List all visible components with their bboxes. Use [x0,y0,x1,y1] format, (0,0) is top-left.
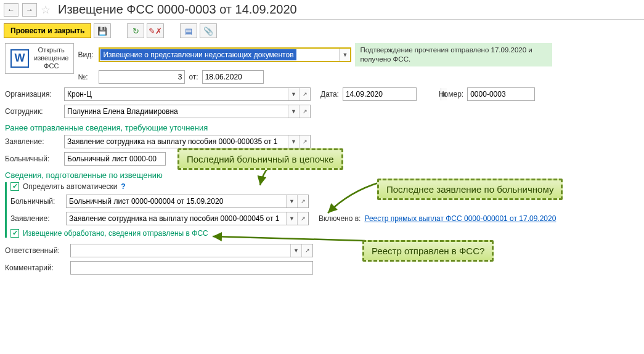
num-label: №: [78,73,95,81]
incl-label: Включено в: [319,214,361,223]
comment-label: Комментарий: [5,263,67,272]
boln2-input[interactable] [67,195,286,207]
word-icon: W [10,49,29,68]
org-input[interactable] [65,88,288,100]
refresh-icon: ↻ [132,26,139,36]
processed-label: Извещение обработано, сведения отправлен… [23,229,208,238]
resp-input[interactable] [71,244,290,257]
callout-last-zayav: Последнее заявление по больничному [377,179,563,200]
zayav1-input[interactable] [65,135,288,148]
cancel-icon: ✎✗ [149,26,162,36]
confirmation-note: Подтверждение прочтения отправлено 17.09… [355,43,552,66]
resp-label: Ответственный: [5,246,67,255]
ot-date-input[interactable] [203,71,263,83]
favorite-star-icon[interactable]: ☆ [41,3,51,17]
auto-checkbox[interactable]: ✔ [10,182,19,191]
arrow-right-icon: → [26,6,33,14]
vid-select[interactable]: Извещение о представлении недостающих до… [99,47,351,62]
arrow-left-icon: ← [7,6,15,14]
callout-last-sick: Последний больничный в цепочке [177,148,343,170]
boln2-label: Больничный: [10,197,62,206]
date-input[interactable] [343,88,441,100]
open-ref-icon[interactable]: ↗ [299,135,310,148]
auto-label: Определять автоматически [23,182,117,191]
zayav2-label: Заявление: [10,214,62,223]
nomer-input[interactable] [468,88,534,100]
date-label: Дата: [320,90,339,99]
emp-label: Сотрудник: [5,107,60,116]
section-prev-sent: Ранее отправленные сведения, требующие у… [5,123,639,132]
nav-forward-button[interactable]: → [22,3,37,17]
page-title: Извещение ФСС 0000-0003 от 14.09.2020 [58,2,297,17]
paperclip-icon: 📎 [203,26,213,36]
org-label: Организация: [5,90,60,99]
svg-line-0 [213,236,365,241]
save-button[interactable]: 💾 [94,23,111,38]
dropdown-icon[interactable]: ▼ [288,105,299,118]
comment-input[interactable] [71,262,312,274]
emp-input[interactable] [65,105,288,118]
dropdown-icon[interactable]: ▼ [290,244,301,257]
ot-label: от: [189,73,198,81]
open-ref-icon[interactable]: ↗ [299,88,310,100]
open-ref-icon[interactable]: ↗ [297,195,308,207]
zayav1-label: Заявление: [5,137,60,146]
open-ref-icon[interactable]: ↗ [297,212,308,225]
dropdown-icon[interactable]: ▼ [288,135,299,148]
dropdown-icon[interactable]: ▼ [286,212,297,225]
report-button[interactable]: ▤ [180,23,197,38]
dropdown-icon[interactable]: ▼ [288,88,299,100]
post-and-close-button[interactable]: Провести и закрыть [4,23,91,38]
vid-label: Вид: [78,50,95,59]
callout-registry-sent: Реестр отправлен в ФСС? [362,240,494,262]
dropdown-icon[interactable]: ▼ [286,195,297,207]
nav-back-button[interactable]: ← [4,3,18,17]
cancel-posting-button[interactable]: ✎✗ [147,23,164,38]
vid-value: Извещение о представлении недостающих до… [100,49,296,60]
attach-button[interactable]: 📎 [200,23,217,38]
floppy-icon: 💾 [97,26,107,36]
refresh-button[interactable]: ↻ [127,23,144,38]
nomer-label: Номер: [439,90,463,99]
processed-checkbox[interactable]: ✔ [10,229,19,238]
dropdown-icon[interactable]: ▼ [339,49,350,61]
registry-link[interactable]: Реестр прямых выплат ФСС 0000-000001 от … [364,214,556,223]
zayav2-input[interactable] [67,212,286,225]
open-ref-icon[interactable]: ↗ [301,244,312,257]
boln1-label: Больничный: [5,155,60,163]
help-icon[interactable]: ? [121,182,125,191]
open-fss-notice-button[interactable]: W Открыть извещение ФСС [5,43,74,74]
document-icon: ▤ [185,26,192,36]
num-input[interactable] [99,71,184,83]
boln1-input[interactable] [65,153,165,165]
open-ref-icon[interactable]: ↗ [299,105,310,118]
